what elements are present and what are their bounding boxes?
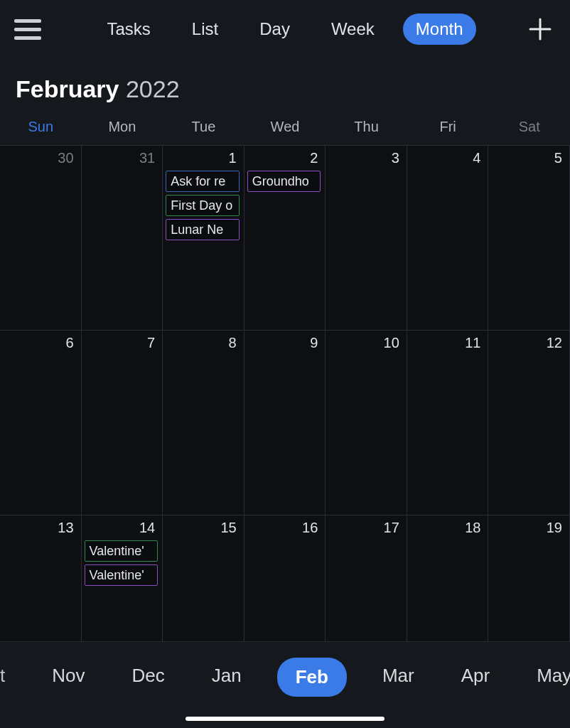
event-chip[interactable]: Groundho <box>247 171 321 192</box>
month-scroll-item[interactable]: Apr <box>450 658 501 694</box>
weekday-fri: Fri <box>407 119 489 135</box>
day-number: 30 <box>3 149 77 171</box>
day-number: 4 <box>410 149 484 171</box>
day-cell[interactable]: 2 Groundho <box>244 146 326 331</box>
title-month: February <box>16 75 119 102</box>
day-number: 11 <box>410 333 484 355</box>
weekday-sun: Sun <box>0 119 82 135</box>
weekday-wed: Wed <box>244 119 326 135</box>
day-number: 18 <box>410 518 484 540</box>
page-title: February 2022 <box>0 58 570 116</box>
day-cell[interactable]: 6 <box>0 331 82 515</box>
day-number: 16 <box>247 518 321 540</box>
day-cell[interactable]: 11 <box>407 331 489 515</box>
event-chip[interactable]: Ask for re <box>166 171 240 192</box>
day-cell[interactable]: 12 <box>488 331 570 515</box>
day-cell[interactable]: 30 <box>0 146 82 331</box>
day-cell[interactable]: 14 Valentine' Valentine' <box>82 515 163 658</box>
event-chip[interactable]: Lunar Ne <box>166 219 240 240</box>
month-scroll-item[interactable]: Jan <box>200 658 253 694</box>
day-number: 5 <box>491 149 565 171</box>
plus-icon <box>528 17 552 41</box>
day-cell[interactable]: 19 <box>488 515 570 658</box>
tab-month[interactable]: Month <box>403 14 476 45</box>
day-cell[interactable]: 3 <box>326 146 407 331</box>
day-number: 9 <box>247 333 321 355</box>
tab-list[interactable]: List <box>179 14 231 45</box>
day-number: 19 <box>491 518 565 540</box>
day-number: 12 <box>491 333 565 355</box>
title-year: 2022 <box>126 75 180 102</box>
day-number: 7 <box>85 333 158 355</box>
day-cell[interactable]: 7 <box>82 331 163 515</box>
day-number: 2 <box>247 149 321 171</box>
day-number: 6 <box>3 333 77 355</box>
day-cell[interactable]: 9 <box>244 331 326 515</box>
event-chip[interactable]: First Day o <box>166 195 240 216</box>
month-scroll-item[interactable]: Nov <box>41 658 96 694</box>
day-number: 1 <box>166 149 240 171</box>
tab-week[interactable]: Week <box>318 14 387 45</box>
weekday-thu: Thu <box>326 119 407 135</box>
top-toolbar: Tasks List Day Week Month <box>0 0 570 58</box>
month-scroll-item[interactable]: t <box>0 658 16 694</box>
month-scroll-item[interactable]: Mar <box>371 658 426 694</box>
home-indicator <box>185 717 385 721</box>
month-scroller[interactable]: t Nov Dec Jan Feb Mar Apr May J <box>0 641 570 728</box>
day-cell[interactable]: 31 <box>82 146 163 331</box>
day-cell[interactable]: 4 <box>407 146 489 331</box>
event-chip[interactable]: Valentine' <box>85 564 158 586</box>
event-chip[interactable]: Valentine' <box>85 540 158 562</box>
weekday-sat: Sat <box>488 119 570 135</box>
weekday-header: Sun Mon Tue Wed Thu Fri Sat <box>0 116 570 145</box>
day-number: 8 <box>166 333 240 355</box>
day-number: 3 <box>328 149 402 171</box>
calendar-grid: 30 31 1 Ask for re First Day o Lunar Ne … <box>0 145 570 700</box>
month-scroll-item[interactable]: May <box>525 658 570 694</box>
day-cell[interactable]: 16 <box>244 515 326 658</box>
weekday-mon: Mon <box>82 119 163 135</box>
day-number: 13 <box>3 518 77 540</box>
day-cell[interactable]: 8 <box>163 331 244 515</box>
day-cell[interactable]: 18 <box>407 515 489 658</box>
tab-tasks[interactable]: Tasks <box>94 14 163 45</box>
day-cell[interactable]: 1 Ask for re First Day o Lunar Ne <box>163 146 244 331</box>
day-number: 10 <box>328 333 402 355</box>
day-cell[interactable]: 5 <box>488 146 570 331</box>
month-scroll-item-active[interactable]: Feb <box>277 658 347 697</box>
add-button[interactable] <box>525 14 556 45</box>
day-number: 17 <box>328 518 402 540</box>
day-cell[interactable]: 10 <box>326 331 407 515</box>
view-tabs: Tasks List Day Week Month <box>45 14 525 45</box>
day-number: 15 <box>166 518 240 540</box>
day-number: 14 <box>85 518 158 540</box>
hamburger-icon[interactable] <box>14 14 45 45</box>
day-number: 31 <box>85 149 158 171</box>
day-cell[interactable]: 17 <box>326 515 407 658</box>
tab-day[interactable]: Day <box>247 14 303 45</box>
day-cell[interactable]: 15 <box>163 515 244 658</box>
month-scroll-item[interactable]: Dec <box>120 658 176 694</box>
weekday-tue: Tue <box>163 119 244 135</box>
day-cell[interactable]: 13 <box>0 515 82 658</box>
